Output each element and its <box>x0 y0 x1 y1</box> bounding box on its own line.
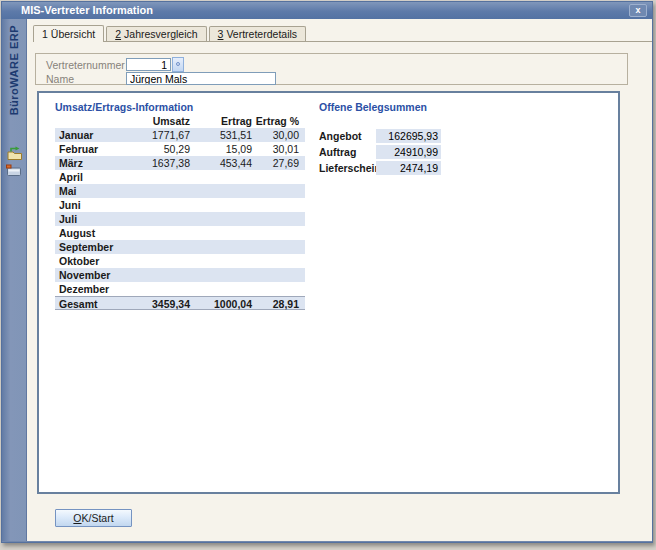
vertreternummer-label: Vertreternummer <box>46 59 125 71</box>
brand-vertical-label: BüroWARE ERP <box>8 25 20 115</box>
ertrag-pct-cell <box>252 282 299 296</box>
sidebar: BüroWARE ERP <box>2 19 27 541</box>
tab-strip: 1Übersicht2Jahresvergleich3Vertreterdeta… <box>33 24 652 42</box>
ertrag-pct-cell <box>252 254 299 268</box>
tab-vertreterdetails[interactable]: 3Vertreterdetails <box>209 26 306 41</box>
header-umsatz: Umsatz <box>140 115 190 128</box>
ertrag-pct-cell: 30,00 <box>252 128 299 142</box>
ertrag-pct-cell <box>252 226 299 240</box>
month-cell: Januar <box>55 128 140 142</box>
umsatz-cell <box>140 198 190 212</box>
ertrag-cell <box>190 170 252 184</box>
umsatz-month-row: Dezember <box>55 282 305 296</box>
belege-label: Angebot <box>319 130 376 142</box>
umsatz-cell <box>140 268 190 282</box>
umsatz-month-row: November <box>55 268 305 282</box>
umsatz-month-row: März1637,38453,4427,69 <box>55 156 305 170</box>
tab-jahresvergleich[interactable]: 2Jahresvergleich <box>106 26 206 41</box>
titlebar[interactable]: MIS-Vertreter Information x <box>2 2 652 19</box>
ertrag-pct-cell <box>252 198 299 212</box>
month-cell: Juni <box>55 198 140 212</box>
umsatz-month-row: August <box>55 226 305 240</box>
vertreter-form: Vertreternummer Name <box>35 53 628 85</box>
umsatz-table: Umsatz Ertrag Ertrag % Januar1771,67531,… <box>55 115 305 310</box>
tab-label: Jahresvergleich <box>124 28 198 40</box>
vertreternummer-input[interactable] <box>126 58 171 71</box>
ertrag-pct-cell: 30,01 <box>252 142 299 156</box>
umsatz-table-rows: Januar1771,67531,5130,00Februar50,2915,0… <box>55 128 305 310</box>
month-cell: November <box>55 268 140 282</box>
disk-icon[interactable] <box>6 164 23 179</box>
ertrag-cell <box>190 240 252 254</box>
month-cell: Oktober <box>55 254 140 268</box>
belege-value: 162695,93 <box>376 129 441 143</box>
ertrag-pct-cell <box>252 170 299 184</box>
ertrag-cell <box>190 198 252 212</box>
ertrag-cell <box>190 226 252 240</box>
umsatz-section-title: Umsatz/Ertrags-Information <box>55 101 193 113</box>
month-cell: Juli <box>55 212 140 226</box>
belege-value: 2474,19 <box>376 161 441 175</box>
tab-übersicht[interactable]: 1Übersicht <box>33 25 104 42</box>
tab-content: 1Übersicht2Jahresvergleich3Vertreterdeta… <box>27 19 652 541</box>
belege-section-title: Offene Belegsummen <box>319 101 427 113</box>
close-button[interactable]: x <box>629 4 647 17</box>
umsatz-cell <box>140 184 190 198</box>
tab-number: 1 <box>42 28 48 40</box>
umsatz-cell: 3459,34 <box>140 297 190 311</box>
ertrag-pct-cell: 27,69 <box>252 156 299 170</box>
umsatz-cell <box>140 212 190 226</box>
umsatz-cell <box>140 170 190 184</box>
ertrag-pct-cell <box>252 184 299 198</box>
umsatz-cell <box>140 226 190 240</box>
tab-label: Übersicht <box>51 28 95 40</box>
ertrag-cell <box>190 184 252 198</box>
ertrag-pct-cell <box>252 240 299 254</box>
umsatz-month-row: Juli <box>55 212 305 226</box>
header-ertrag-pct: Ertrag % <box>252 115 299 128</box>
window-title: MIS-Vertreter Information <box>21 4 153 16</box>
umsatz-month-row: Februar50,2915,0930,01 <box>55 142 305 156</box>
belege-row: Angebot162695,93 <box>319 128 441 143</box>
vertreternummer-spinner-button[interactable] <box>172 57 184 72</box>
ertrag-cell: 453,44 <box>190 156 252 170</box>
umsatz-month-row: Juni <box>55 198 305 212</box>
name-label: Name <box>46 73 74 85</box>
month-cell: September <box>55 240 140 254</box>
umsatz-month-row: Januar1771,67531,5130,00 <box>55 128 305 142</box>
ok-start-button[interactable]: OK/Start <box>55 509 132 527</box>
header-ertrag: Ertrag <box>190 115 252 128</box>
umsatz-cell <box>140 282 190 296</box>
umsatz-cell: 1771,67 <box>140 128 190 142</box>
month-cell: August <box>55 226 140 240</box>
month-cell: März <box>55 156 140 170</box>
month-cell: April <box>55 170 140 184</box>
umsatz-total-row: Gesamt3459,341000,0428,91 <box>55 296 305 310</box>
umsatz-month-row: Mai <box>55 184 305 198</box>
ertrag-cell: 1000,04 <box>190 297 252 311</box>
open-folder-icon[interactable] <box>6 146 23 161</box>
spinner-glyph <box>176 62 180 66</box>
belege-row: Auftrag24910,99 <box>319 144 441 159</box>
umsatz-month-row: Oktober <box>55 254 305 268</box>
mis-vertreter-window: MIS-Vertreter Information x BüroWARE ERP <box>1 1 653 543</box>
tab-number: 3 <box>218 28 224 40</box>
month-cell: Gesamt <box>55 297 140 311</box>
overview-panel: Umsatz/Ertrags-Information Umsatz Ertrag… <box>37 91 620 494</box>
ertrag-cell <box>190 212 252 226</box>
name-input[interactable] <box>126 72 276 85</box>
ertrag-cell: 531,51 <box>190 128 252 142</box>
umsatz-cell: 50,29 <box>140 142 190 156</box>
belege-label: Lieferschein <box>319 162 376 174</box>
month-cell: Februar <box>55 142 140 156</box>
month-cell: Dezember <box>55 282 140 296</box>
header-month <box>55 115 140 128</box>
ertrag-pct-cell <box>252 268 299 282</box>
umsatz-month-row: September <box>55 240 305 254</box>
ertrag-cell: 15,09 <box>190 142 252 156</box>
ertrag-pct-cell: 28,91 <box>252 297 299 311</box>
month-cell: Mai <box>55 184 140 198</box>
belege-label: Auftrag <box>319 146 376 158</box>
ertrag-cell <box>190 254 252 268</box>
umsatz-cell: 1637,38 <box>140 156 190 170</box>
